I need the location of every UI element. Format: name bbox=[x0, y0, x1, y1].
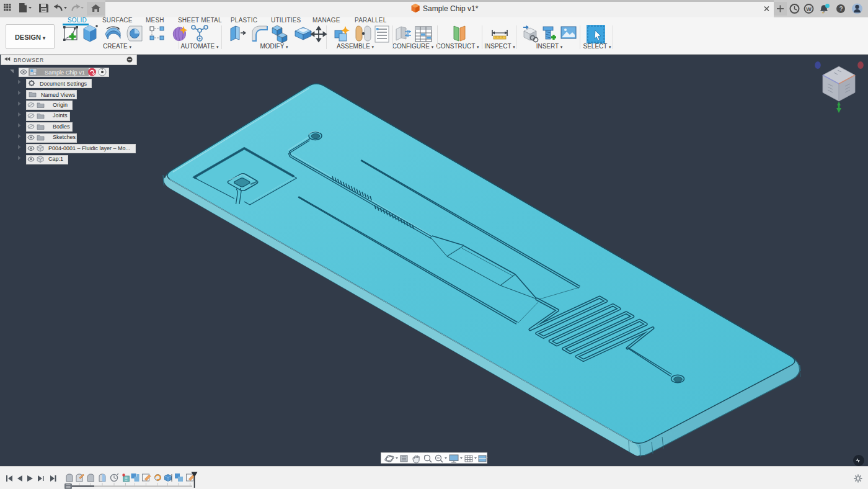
svg-text:Bodies: Bodies bbox=[53, 123, 70, 130]
svg-text:Named Views: Named Views bbox=[41, 92, 76, 98]
svg-text:Sample Chip v1: Sample Chip v1 bbox=[45, 70, 85, 76]
svg-text:Sample Chip v1*: Sample Chip v1* bbox=[423, 4, 479, 13]
svg-text:P004-0001 – Fluidic layer – Mo: P004-0001 – Fluidic layer – Mo... bbox=[48, 145, 130, 151]
svg-text:W: W bbox=[806, 6, 812, 12]
svg-text:Origin: Origin bbox=[53, 102, 68, 108]
svg-text:Document Settings: Document Settings bbox=[40, 81, 87, 87]
svg-text:?: ? bbox=[839, 6, 843, 12]
svg-text:Cap:1: Cap:1 bbox=[48, 156, 63, 162]
svg-text:Joints: Joints bbox=[53, 112, 68, 119]
svg-text:Sketches: Sketches bbox=[53, 134, 76, 140]
